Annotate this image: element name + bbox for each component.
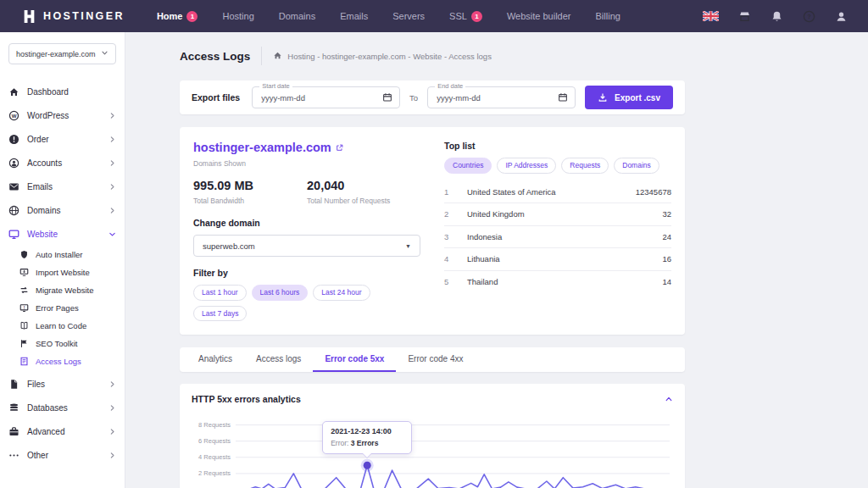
sidebar-item-accounts[interactable]: Accounts — [8, 151, 116, 175]
chevron-right-icon — [108, 452, 116, 459]
calendar-icon[interactable] — [558, 92, 568, 103]
nav-item-emails[interactable]: Emails — [340, 11, 368, 21]
sidebar-item-wordpress[interactable]: WWordPress — [8, 103, 116, 127]
download-icon — [598, 92, 608, 103]
sidebar-item-domains[interactable]: Domains — [8, 198, 116, 222]
tab-error-code-5xx[interactable]: Error code 5xx — [313, 347, 396, 372]
nav-item-website-builder[interactable]: Website builder — [507, 11, 571, 21]
sidebar-subitem-import-website[interactable]: Import Website — [8, 263, 116, 281]
top-list-panel: Top list CountriesIP AddressesRequestsDo… — [444, 141, 671, 321]
sidebar-subitem-error-pages[interactable]: !Error Pages — [8, 299, 116, 317]
top-list-row: 3Indonesia24 — [444, 226, 671, 249]
calendar-icon[interactable] — [382, 92, 392, 103]
top-list-tab-domains[interactable]: Domains — [614, 158, 659, 174]
nav-item-billing[interactable]: Billing — [596, 11, 620, 21]
sidebar-subitem-learn-to-code[interactable]: Learn to Code — [8, 317, 116, 335]
change-domain-select[interactable]: superweb.com ▼ — [193, 235, 420, 257]
top-list-tab-ip-addresses[interactable]: IP Addresses — [497, 158, 556, 174]
domains-shown-caption: Domains Shown — [193, 159, 420, 168]
top-list-rows: 1United States of America123456782United… — [444, 181, 671, 294]
page-header: Access Logs Hosting - hostinger-example.… — [180, 46, 685, 66]
sidebar-website-submenu: Auto InstallerImport WebsiteMigrate Webs… — [8, 246, 116, 370]
emails-icon — [8, 181, 19, 192]
svg-text:2 Requests: 2 Requests — [198, 469, 231, 477]
row-value: 16 — [662, 254, 671, 263]
home-icon — [8, 86, 19, 97]
breadcrumb: Hosting - hostinger-example.com - Websit… — [273, 51, 492, 62]
uk-flag-icon[interactable] — [703, 11, 719, 21]
user-icon[interactable] — [835, 10, 848, 23]
domain-link[interactable]: hostinger-example.com — [193, 141, 420, 154]
chart-card: HTTP 5xx errors analytics 0 Requests2 Re… — [180, 384, 685, 488]
sidebar-subitem-label: Error Pages — [36, 303, 79, 313]
sidebar-item-dashboard[interactable]: Dashboard — [8, 80, 116, 103]
top-list-tab-requests[interactable]: Requests — [561, 158, 609, 174]
top-list-tab-countries[interactable]: Countries — [444, 158, 492, 174]
row-rank: 1 — [444, 187, 467, 197]
end-date-field[interactable]: End date — [427, 86, 576, 108]
nav-item-label: Domains — [279, 11, 315, 21]
to-label: To — [409, 93, 418, 103]
row-value: 32 — [662, 209, 671, 219]
sidebar-item-website[interactable]: Website — [8, 222, 116, 246]
sidebar-subitem-seo-toolkit[interactable]: SEO Toolkit — [8, 335, 116, 352]
hostinger-logo[interactable]: HOSTINGER — [22, 9, 125, 24]
page-title: Access Logs — [180, 50, 250, 63]
filter-chip-last-7-days[interactable]: Last 7 days — [193, 306, 247, 322]
sidebar-subitem-migrate-website[interactable]: Migrate Website — [8, 281, 116, 299]
nav-item-home[interactable]: Home1 — [157, 11, 198, 22]
sidebar-item-databases[interactable]: Databases — [8, 396, 116, 419]
sidebar-item-advanced[interactable]: Advanced — [8, 419, 116, 443]
export-files-label: Export files — [192, 92, 240, 103]
sidebar-subitem-label: Learn to Code — [36, 321, 86, 330]
filter-chips: Last 1 hourLast 6 hoursLast 24 hourLast … — [193, 285, 420, 321]
row-name: Thailand — [467, 277, 662, 286]
chevron-right-icon — [108, 428, 116, 435]
collapse-chevron-up-icon[interactable] — [665, 395, 673, 403]
sidebar-item-files[interactable]: Files — [8, 372, 116, 396]
nav-item-label: Billing — [596, 11, 620, 21]
storefront-icon[interactable] — [738, 10, 751, 23]
end-date-input[interactable] — [435, 92, 553, 103]
shield-icon — [19, 250, 29, 259]
start-date-field[interactable]: Start date — [252, 86, 400, 108]
sidebar-item-label: Dashboard — [27, 87, 69, 97]
nav-item-servers[interactable]: Servers — [392, 11, 425, 21]
sidebar-subitem-auto-installer[interactable]: Auto Installer — [8, 246, 116, 263]
sidebar-item-other[interactable]: Other — [8, 443, 116, 467]
help-icon[interactable]: ? — [803, 10, 815, 23]
filter-chip-last-24-hour[interactable]: Last 24 hour — [313, 285, 370, 301]
tab-access-logs[interactable]: Access logs — [244, 347, 313, 372]
filter-chip-last-6-hours[interactable]: Last 6 hours — [252, 285, 309, 301]
breadcrumb-text: Hosting - hostinger-example.com - Websit… — [287, 52, 492, 61]
domain-name: hostinger-example.com — [193, 141, 331, 154]
tab-error-code-4xx[interactable]: Error code 4xx — [396, 347, 475, 372]
chart-title: HTTP 5xx errors analytics — [192, 394, 301, 404]
bell-icon[interactable] — [771, 10, 783, 23]
website-icon — [8, 229, 19, 240]
sidebar-menu: DashboardWWordPressOrderAccountsEmailsDo… — [8, 80, 116, 467]
start-date-input[interactable] — [259, 92, 377, 103]
nav-item-ssl[interactable]: SSL1 — [449, 11, 482, 22]
sidebar-subitem-access-logs[interactable]: Access Logs — [8, 352, 116, 370]
svg-text:6 Requests: 6 Requests — [198, 437, 231, 445]
svg-text:!: ! — [24, 306, 25, 310]
sidebar-subitem-label: Migrate Website — [36, 286, 93, 295]
external-link-icon — [336, 141, 343, 154]
sidebar-subitem-label: Auto Installer — [36, 250, 82, 259]
nav-item-hosting[interactable]: Hosting — [222, 11, 253, 21]
stat-value: 995.09 MB — [193, 179, 307, 192]
sidebar-domain-selector[interactable]: hostinger-example.com — [8, 43, 116, 64]
main-nav: Home1HostingDomainsEmailsServersSSL1Webs… — [157, 11, 645, 22]
sidebar-item-label: Domains — [27, 206, 60, 215]
tab-analytics[interactable]: Analytics — [186, 347, 244, 372]
export-csv-button[interactable]: Export .csv — [585, 86, 673, 109]
filter-chip-last-1-hour[interactable]: Last 1 hour — [193, 285, 247, 301]
sidebar-item-emails[interactable]: Emails — [8, 175, 116, 198]
sidebar: hostinger-example.com DashboardWWordPres… — [0, 32, 125, 488]
sidebar-item-order[interactable]: Order — [8, 127, 116, 151]
row-name: Indonesia — [467, 232, 662, 241]
chevron-right-icon — [108, 183, 116, 191]
nav-item-domains[interactable]: Domains — [279, 11, 315, 21]
end-date-label: End date — [435, 83, 465, 90]
